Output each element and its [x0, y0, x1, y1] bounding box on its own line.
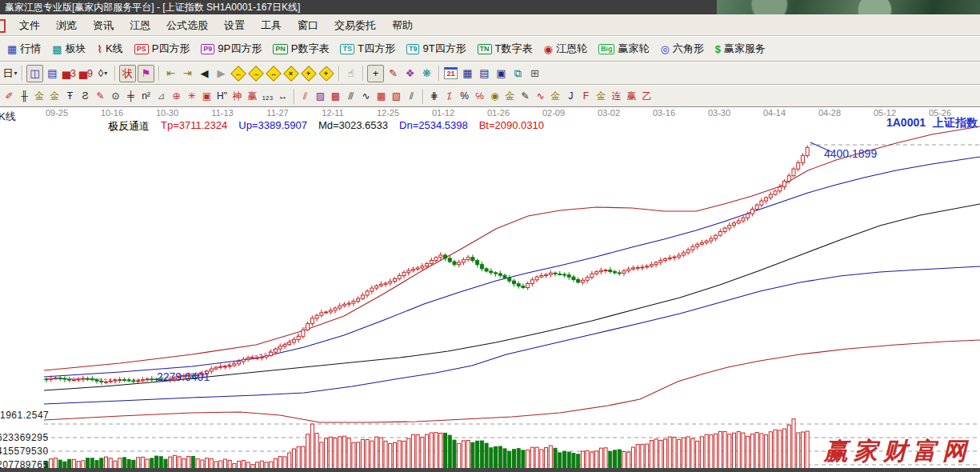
n2-ruler-icon[interactable]: n² [139, 88, 153, 104]
pan-left-icon[interactable]: ← [230, 66, 246, 82]
gann-box-icon[interactable]: ▨ [314, 88, 327, 104]
bars-3-icon[interactable]: ▅3 [62, 66, 77, 82]
workstation-icon[interactable]: ⊞ [527, 66, 542, 82]
h-marks-icon[interactable]: Η" [215, 88, 229, 104]
yi-tool-icon[interactable]: 乙 [640, 88, 654, 104]
toolbar-button-p-square[interactable]: PSP四方形 [129, 39, 196, 58]
pan-right-icon[interactable]: → [248, 66, 264, 82]
calendar-icon[interactable]: 21 [443, 66, 458, 82]
flag-icon[interactable]: ⚑ [138, 65, 154, 82]
h-span-arrow-icon[interactable]: ↔ [276, 88, 290, 104]
toolbar-button-winner-wheel[interactable]: Big赢家轮 [593, 39, 655, 58]
kline-chart-canvas[interactable] [0, 107, 980, 472]
chart-box-icon[interactable]: ▧ [390, 88, 403, 104]
toolbar-button-hexagon[interactable]: ◎六角形 [654, 39, 709, 58]
menu-item-tools[interactable]: 工具 [253, 15, 290, 35]
pattern-window-icon[interactable]: ◫ [26, 65, 43, 82]
gann-grid-icon[interactable]: ▩ [329, 88, 342, 104]
fan-lines-icon[interactable]: ⫽ [298, 88, 312, 104]
spiral-ruler-icon[interactable]: Ƨ [78, 88, 92, 104]
first-page-icon[interactable]: ⇤ [163, 66, 178, 82]
kline-chart[interactable]: 09-2510-1610-3011-1311-2712-1112-2501-12… [0, 107, 980, 472]
toolbar-button-quotes[interactable]: ▦行情 [2, 39, 46, 58]
tick-ruler-icon-glyph: ╪ [127, 91, 134, 101]
percent-line-icon[interactable]: ℅ [473, 88, 486, 104]
gold-angle-icon[interactable]: 金 [549, 88, 562, 104]
gold-angle2-icon[interactable]: 金 [594, 88, 608, 104]
gold-circle-icon[interactable]: ◉ [488, 88, 502, 104]
ying-angle-icon[interactable]: 赢 [625, 88, 638, 104]
menu-item-file[interactable]: 文件 [11, 15, 48, 35]
menu-item-settings[interactable]: 设置 [216, 15, 253, 35]
toolbar-button-9t-square[interactable]: T99T四方形 [401, 39, 472, 58]
wave-tool-icon[interactable]: ∿ [534, 88, 547, 104]
hand-tool-icon[interactable]: ☝ [343, 66, 358, 82]
send-icon[interactable]: ⧉ [510, 66, 526, 82]
prev-page-icon[interactable]: ◀ [197, 66, 212, 82]
cycle-tools-icon[interactable]: ❋ [419, 66, 434, 82]
gann-ruler-icon[interactable]: ╫ [18, 88, 31, 104]
window-title-area[interactable]: 赢家江恩专业版[赢家内部服务平台] - [上证指数 SH1A0001-167日K… [0, 0, 717, 14]
gold-line-icon[interactable]: 金 [503, 88, 517, 104]
compress-icon[interactable]: × [283, 66, 299, 82]
fit-all-icon[interactable]: + [318, 66, 334, 82]
ruler-123-icon[interactable]: ₁₂₃ [261, 88, 274, 104]
period-day-selector-glyph: 日 [2, 68, 13, 78]
notes-icon[interactable]: ▤ [477, 66, 492, 82]
gold-ruler-icon-glyph: 金 [35, 91, 45, 101]
expand-all-icon[interactable]: + [301, 66, 317, 82]
starburst-icon[interactable]: ✳ [185, 88, 198, 104]
toolbar-button-p-digit-table[interactable]: PNP数字表 [267, 39, 334, 58]
bars-9-icon[interactable]: ▅9 [78, 66, 94, 82]
toolbar-button-sectors[interactable]: ▩板块 [46, 39, 91, 58]
cycle-circle-icon[interactable]: ⊙ [109, 88, 122, 104]
f-angle-icon[interactable]: F [579, 88, 593, 104]
zhuang-tool-icon[interactable]: 状 [119, 65, 136, 82]
ying-tool-icon[interactable]: 赢 [246, 88, 259, 104]
price-scale-icon[interactable]: ⋕ [427, 88, 441, 104]
toolbar-button-winner-service[interactable]: $赢家服务 [710, 39, 771, 58]
f-ruler-icon[interactable]: Ŧ [63, 88, 77, 104]
menu-item-news[interactable]: 资讯 [85, 15, 122, 35]
toolbar-button-t-digit-table[interactable]: TNT数字表 [472, 39, 538, 58]
next-page-icon[interactable]: ▶ [214, 66, 229, 82]
period-day-selector[interactable]: 日▾ [2, 66, 18, 82]
gann-tools-icon[interactable]: ❖ [402, 66, 418, 82]
menu-item-help[interactable]: 帮助 [384, 15, 421, 35]
expand-h-icon[interactable]: ↔ [266, 66, 282, 82]
crosshair-tool-icon[interactable]: + [367, 65, 384, 82]
lian-angle-icon[interactable]: 连 [610, 88, 623, 104]
angle-pen-icon[interactable]: ✎ [386, 66, 401, 82]
toolbar-button-9p-square[interactable]: P99P四方形 [195, 39, 267, 58]
toolbar-button-kline[interactable]: ⌇K线 [92, 39, 129, 58]
menu-item-formula-stock-pick[interactable]: 公式选股 [158, 15, 216, 35]
menu-item-window[interactable]: 窗口 [290, 15, 326, 35]
compass-icon[interactable]: ⊕ [170, 88, 183, 104]
menu-item-gann[interactable]: 江恩 [122, 15, 158, 35]
parallel-lines-icon[interactable]: ⫽ [405, 88, 418, 104]
memo-icon[interactable]: ▤ [45, 66, 60, 82]
zigzag-icon[interactable]: ∿ [359, 88, 373, 104]
boxed-star-icon[interactable]: ▣ [200, 88, 214, 104]
candle-style-selector[interactable]: ◊▾ [95, 66, 110, 82]
shen-tool-icon[interactable]: 神 [230, 88, 244, 104]
gold-ruler-icon[interactable]: 金 [33, 88, 46, 104]
toolbar-button-t-square[interactable]: TST四方形 [334, 39, 400, 58]
pen-ruler-icon[interactable]: ✎ [94, 88, 107, 104]
menu-item-trade-order[interactable]: 交易委托 [326, 15, 384, 35]
percent-retrace-icon[interactable]: ⁒ [442, 88, 456, 104]
trend-angles-icon[interactable]: ⫻ [344, 88, 358, 104]
percent-icon[interactable]: % [458, 88, 471, 104]
ink-pen-icon[interactable]: ✎ [518, 88, 532, 104]
toolbar-button-gann-wheel[interactable]: ◉江恩轮 [538, 39, 593, 58]
gold-ruler2-icon[interactable]: 金 [48, 88, 62, 104]
brush-tool-icon[interactable]: ✐ [2, 88, 16, 104]
save-icon[interactable]: ▣ [494, 66, 509, 82]
grid-tool-icon[interactable]: ▦ [374, 88, 388, 104]
j-angle-icon[interactable]: J [564, 88, 578, 104]
menu-item-browse[interactable]: 浏览 [48, 15, 85, 35]
calculator-icon[interactable]: ▦ [460, 66, 475, 82]
tick-ruler-icon[interactable]: ╪ [124, 88, 138, 104]
angle-mirror-icon[interactable]: ⊿ [154, 88, 168, 104]
last-page-icon[interactable]: ⇥ [180, 66, 195, 82]
